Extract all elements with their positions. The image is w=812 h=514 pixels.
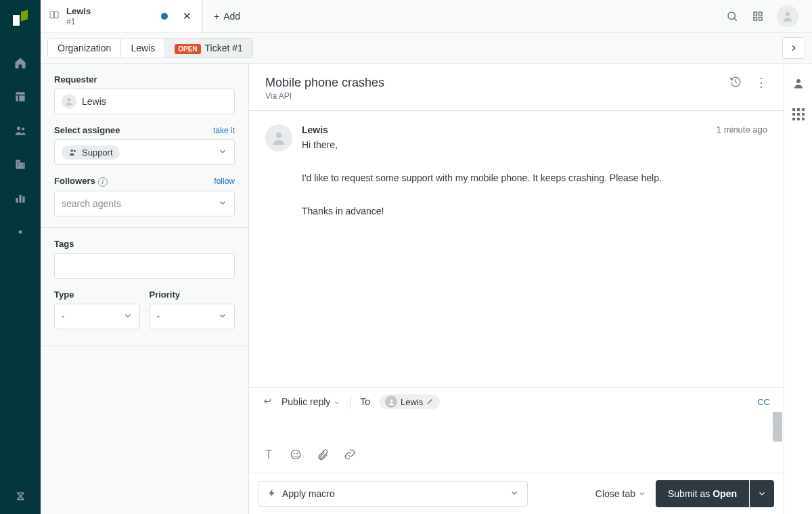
product-logo	[13, 11, 28, 26]
nav-views[interactable]	[0, 80, 41, 114]
crumb-organization[interactable]: Organization	[48, 39, 121, 57]
svg-rect-14	[754, 18, 757, 21]
followers-input[interactable]: search agents	[54, 191, 235, 216]
svg-point-8	[19, 231, 22, 234]
svg-rect-7	[22, 197, 24, 203]
assignee-select[interactable]: Support	[54, 139, 235, 165]
requester-label: Requester	[54, 74, 235, 85]
message-author: Lewis	[302, 124, 328, 135]
follow-link[interactable]: follow	[214, 177, 235, 186]
emoji-button[interactable]	[290, 448, 302, 463]
svg-rect-0	[16, 92, 24, 101]
tab-title: Lewis	[66, 6, 154, 17]
tab-close-button[interactable]: ✕	[180, 7, 194, 25]
svg-rect-3	[16, 160, 20, 168]
zendesk-logo-icon: ⧖	[16, 489, 24, 503]
svg-rect-10	[54, 11, 58, 18]
svg-rect-13	[759, 12, 763, 16]
chevron-down-icon	[218, 311, 227, 323]
nav-home[interactable]	[0, 46, 41, 80]
unsaved-indicator-icon	[161, 13, 168, 20]
events-history-button[interactable]	[729, 76, 742, 91]
person-icon	[385, 396, 397, 408]
macro-label: Apply macro	[282, 488, 335, 499]
nav-reporting[interactable]	[0, 181, 41, 215]
nav-organizations[interactable]	[0, 147, 41, 181]
type-value: -	[62, 311, 65, 322]
requester-value: Lewis	[82, 96, 106, 107]
reply-box: Public reply To Lewis CC	[249, 387, 784, 473]
ticket-via: Via API	[265, 91, 729, 101]
svg-point-23	[294, 453, 294, 454]
take-it-link[interactable]: take it	[213, 126, 235, 135]
priority-value: -	[157, 311, 160, 322]
assignee-label: Select assignee	[54, 125, 120, 135]
svg-point-20	[276, 133, 281, 138]
assignee-value: Support	[82, 147, 113, 158]
reply-icon	[263, 396, 272, 408]
ticket-tab[interactable]: Lewis #1 ✕	[41, 0, 203, 32]
apps-grid-icon	[792, 108, 805, 120]
cc-button[interactable]: CC	[757, 397, 770, 407]
chevron-down-icon	[218, 147, 227, 158]
svg-point-1	[17, 126, 20, 130]
text-format-button[interactable]	[263, 448, 275, 463]
svg-point-11	[728, 12, 736, 20]
submit-dropdown-button[interactable]	[750, 480, 774, 507]
author-avatar-icon	[265, 124, 292, 151]
message-time: 1 minute ago	[717, 124, 767, 135]
followers-placeholder: search agents	[62, 198, 121, 209]
search-button[interactable]	[725, 9, 739, 23]
context-rail	[784, 64, 812, 514]
nav-admin[interactable]	[0, 215, 41, 249]
user-context-button[interactable]	[792, 77, 805, 92]
link-button[interactable]	[344, 448, 356, 463]
ticket-properties-panel: Requester Lewis Select assignee take it …	[41, 64, 249, 514]
svg-rect-6	[19, 195, 21, 203]
submit-button[interactable]: Submit as Open	[656, 480, 749, 507]
expand-sidebar-button[interactable]	[782, 37, 805, 59]
svg-point-16	[786, 12, 790, 16]
apps-button[interactable]	[751, 9, 765, 23]
svg-point-18	[71, 149, 74, 152]
to-recipient-chip[interactable]: Lewis	[380, 394, 440, 409]
chevron-down-icon	[123, 311, 133, 323]
to-label: To	[360, 396, 370, 407]
message-text: Hi there, I'd like to request some suppo…	[302, 138, 767, 218]
group-icon	[68, 147, 78, 157]
close-tab-button[interactable]: Close tab	[595, 488, 646, 499]
requester-input[interactable]: Lewis	[54, 89, 235, 114]
tab-subtitle: #1	[66, 17, 154, 26]
crumb-ticket-label: Ticket #1	[205, 43, 243, 53]
scrollbar-down-icon[interactable]	[773, 427, 782, 442]
edit-icon	[426, 397, 434, 407]
followers-label: Followers	[54, 176, 95, 186]
reply-textarea[interactable]	[249, 409, 784, 444]
svg-point-2	[22, 128, 24, 131]
conversation-panel: Mobile phone crashes Via API ⋮ Lewis	[249, 64, 784, 514]
apply-macro-select[interactable]: Apply macro	[258, 481, 528, 507]
add-tab-button[interactable]: + Add	[203, 0, 251, 32]
plus-icon: +	[214, 11, 219, 22]
ticket-actions-menu[interactable]: ⋮	[755, 80, 767, 85]
type-select[interactable]: -	[54, 304, 140, 329]
chevron-down-icon	[638, 490, 646, 498]
svg-rect-12	[754, 12, 757, 16]
info-icon[interactable]: i	[98, 177, 108, 187]
svg-point-17	[68, 98, 71, 101]
breadcrumb-row: Organization Lewis OPENTicket #1	[41, 33, 812, 64]
crumb-user[interactable]: Lewis	[121, 39, 165, 57]
crumb-ticket[interactable]: OPENTicket #1	[165, 39, 252, 57]
svg-rect-4	[20, 163, 25, 169]
bolt-icon	[267, 488, 282, 500]
attachment-button[interactable]	[317, 448, 329, 463]
apps-panel-button[interactable]	[792, 108, 805, 120]
priority-select[interactable]: -	[150, 304, 235, 329]
reply-type-select[interactable]: Public reply	[281, 396, 340, 407]
scrollbar-up-icon[interactable]	[773, 412, 782, 427]
nav-customers[interactable]	[0, 114, 41, 147]
tags-input[interactable]	[54, 253, 235, 279]
svg-point-19	[74, 150, 76, 152]
profile-avatar[interactable]	[777, 5, 798, 27]
tab-strip: Lewis #1 ✕ + Add	[41, 0, 812, 33]
